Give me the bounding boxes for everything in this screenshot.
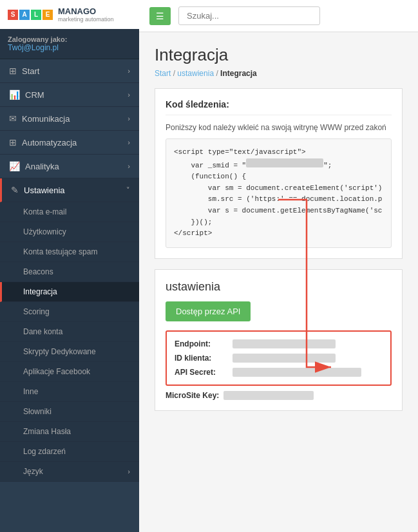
automatyzacja-arrow: › <box>128 138 130 146</box>
code-line-4: var sm = document.createElement('script'… <box>174 183 383 195</box>
ustawienia-arrow: ˅ <box>126 186 130 195</box>
client-id-label: ID klienta: <box>175 354 233 363</box>
logo-area: S A L E MANAGO marketing automation <box>0 0 139 29</box>
breadcrumb-current: Integracja <box>220 69 257 78</box>
api-secret-row: API Secret: <box>175 368 383 377</box>
endpoint-label: Endpoint: <box>175 339 233 348</box>
settings-card: ustawienia Dostęp przez API Endpoint: ID… <box>155 269 403 411</box>
sidebar-item-integracja[interactable]: Integracja <box>0 282 139 302</box>
topbar: ☰ <box>139 0 418 32</box>
komunikacja-arrow: › <box>128 115 130 122</box>
sidebar-item-crm[interactable]: 📊 CRM › <box>0 83 139 107</box>
api-secret-label: API Secret: <box>175 368 233 377</box>
sidebar-item-aplikacje-fb[interactable]: Aplikacje Facebook <box>0 362 139 382</box>
page-title: Integracja <box>155 45 403 65</box>
sidebar-item-label-analityka: Analityka <box>25 162 59 171</box>
sidebar-item-start[interactable]: ⊞ Start › <box>0 59 139 83</box>
sidebar-item-skrypty[interactable]: Skrypty Dedykowane <box>0 342 139 362</box>
ustawienia-icon: ✎ <box>11 185 19 195</box>
tracking-code-title: Kod śledzenia: <box>166 99 392 115</box>
user-info: Zalogowany jako: Twój@Login.pl <box>0 29 139 59</box>
tracking-code-desc: Poniższy kod należy wkleić na swoją witr… <box>166 123 392 132</box>
sidebar-item-label-automatyzacja: Automatyzacja <box>22 138 77 147</box>
endpoint-row: Endpoint: <box>175 339 383 348</box>
microsite-label: MicroSite Key: <box>166 391 223 400</box>
code-line-2: var _smid = ""; <box>174 158 383 172</box>
microsite-row: MicroSite Key: <box>166 391 392 400</box>
code-line-6: var s = document.getElementsByTagName('s… <box>174 205 383 217</box>
client-id-row: ID klienta: <box>175 354 383 363</box>
analityka-arrow: › <box>128 162 130 170</box>
sidebar-item-automatyzacja[interactable]: ⊞ Automatyzacja › <box>0 131 139 155</box>
sidebar-item-konta-testujace[interactable]: Konta testujące spam <box>0 242 139 262</box>
jezyk-arrow: › <box>128 468 130 475</box>
code-line-5: sm.src = ('https:' == document.location.… <box>174 194 383 205</box>
microsite-value <box>223 391 314 400</box>
api-section: Endpoint: ID klienta: API Secret: <box>166 330 392 386</box>
automatyzacja-icon: ⊞ <box>9 137 17 147</box>
user-label: Zalogowany jako: <box>8 35 131 43</box>
code-block[interactable]: <script type="text/javascript"> var _smi… <box>166 138 392 248</box>
logo-e: E <box>43 10 53 20</box>
sidebar-item-jezyk[interactable]: Język › <box>0 462 139 482</box>
komunikacja-icon: ✉ <box>9 113 17 124</box>
sidebar-item-label-komunikacja: Komunikacja <box>22 114 70 124</box>
sidebar-item-zmiana-hasla[interactable]: Zmiana Hasła <box>0 422 139 442</box>
sidebar-item-label-ustawienia: Ustawienia <box>24 185 65 195</box>
menu-button[interactable]: ☰ <box>149 7 171 25</box>
main-content: ☰ Integracja Start / ustawienia / Integr… <box>139 0 418 532</box>
logo-l: L <box>31 10 41 20</box>
code-line-3: (function() { <box>174 171 383 183</box>
sidebar-item-scoring[interactable]: Scoring <box>0 302 139 322</box>
user-email: Twój@Login.pl <box>8 43 131 52</box>
breadcrumb-settings[interactable]: ustawienia <box>177 69 214 78</box>
code-line-8: </script> <box>174 228 383 240</box>
content-area: Integracja Start / ustawienia / Integrac… <box>139 32 418 532</box>
logo-text: MANAGO marketing automation <box>58 6 114 23</box>
api-access-tab[interactable]: Dostęp przez API <box>166 301 251 321</box>
sidebar-item-komunikacja[interactable]: ✉ Komunikacja › <box>0 107 139 131</box>
sidebar-item-slowniki[interactable]: Słowniki <box>0 402 139 422</box>
settings-title: ustawienia <box>166 280 392 294</box>
sidebar-item-inne[interactable]: Inne <box>0 382 139 402</box>
logo-a: A <box>19 10 30 20</box>
search-input[interactable] <box>178 6 320 25</box>
crm-arrow: › <box>128 91 130 99</box>
tracking-code-card: Kod śledzenia: Poniższy kod należy wklei… <box>155 88 403 259</box>
main-wrapper: ☰ Integracja Start / ustawienia / Integr… <box>139 0 418 532</box>
code-line-7: })(); <box>174 217 383 229</box>
sidebar: S A L E MANAGO marketing automation Zalo… <box>0 0 139 532</box>
crm-icon: 📊 <box>9 90 20 100</box>
logo-sub: marketing automation <box>58 16 114 23</box>
sidebar-item-konta-email[interactable]: Konta e-mail <box>0 202 139 222</box>
client-id-value <box>233 354 336 363</box>
logo-brand: MANAGO <box>58 6 96 16</box>
breadcrumb: Start / ustawienia / Integracja <box>155 69 403 78</box>
logo-squares: S A L E <box>8 10 53 20</box>
sidebar-item-label-start: Start <box>22 66 39 76</box>
sidebar-item-log-zdarzen[interactable]: Log zdarzeń <box>0 442 139 462</box>
start-arrow: › <box>128 67 130 75</box>
code-line-1: <script type="text/javascript"> <box>174 147 383 158</box>
sidebar-item-uzytkownicy[interactable]: Użytkownicy <box>0 222 139 242</box>
logo-s: S <box>8 10 18 20</box>
sidebar-item-beacons[interactable]: Beacons <box>0 262 139 282</box>
analityka-icon: 📈 <box>9 161 20 171</box>
sidebar-item-dane-konta[interactable]: Dane konta <box>0 322 139 342</box>
breadcrumb-start[interactable]: Start <box>155 69 171 78</box>
sidebar-item-analityka[interactable]: 📈 Analityka › <box>0 155 139 178</box>
api-secret-value <box>233 368 361 377</box>
sidebar-item-label-crm: CRM <box>25 90 44 100</box>
start-icon: ⊞ <box>9 66 17 76</box>
endpoint-value <box>233 339 336 348</box>
sidebar-item-ustawienia[interactable]: ✎ Ustawienia ˅ <box>0 178 139 202</box>
